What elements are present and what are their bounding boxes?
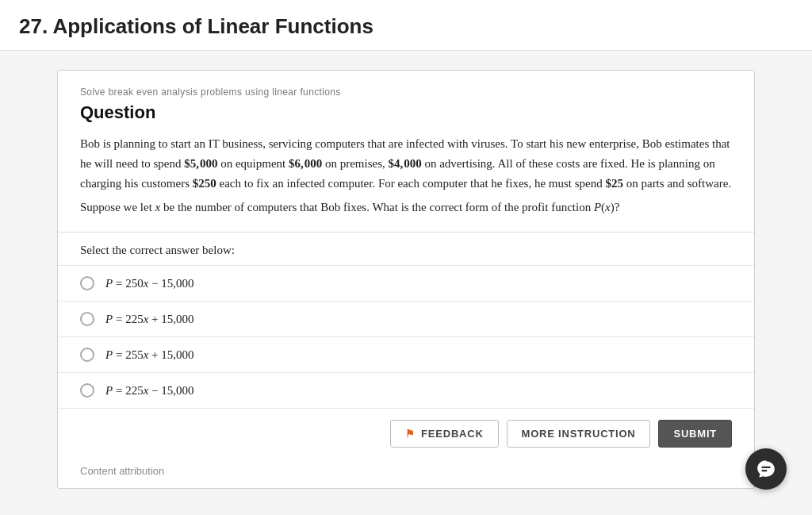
nav-bar: ◄ Previous Next ►: [0, 508, 812, 515]
chat-icon: [756, 459, 776, 479]
action-bar: ⚑ FEEDBACK MORE INSTRUCTION SUBMIT: [58, 408, 754, 459]
chat-support-button[interactable]: [745, 448, 787, 490]
page-title: 27. Applications of Linear Functions: [0, 0, 812, 51]
answer-option-b[interactable]: P = 225x + 15,000: [58, 301, 754, 336]
question-inner: Solve break even analysis problems using…: [58, 71, 754, 232]
question-body-line-1: Bob is planning to start an IT business,…: [80, 134, 732, 193]
answer-text-c: P = 255x + 15,000: [105, 348, 194, 362]
feedback-button[interactable]: ⚑ FEEDBACK: [390, 420, 498, 448]
answer-option-c[interactable]: P = 255x + 15,000: [58, 336, 754, 372]
answer-option-a[interactable]: P = 250x − 15,000: [58, 265, 754, 301]
main-content: Solve break even analysis problems using…: [0, 51, 812, 508]
radio-c[interactable]: [80, 348, 94, 362]
more-instruction-button[interactable]: MORE INSTRUCTION: [507, 420, 651, 448]
question-heading: Question: [80, 102, 732, 123]
answer-text-b: P = 225x + 15,000: [105, 313, 194, 326]
submit-button[interactable]: SUBMIT: [658, 420, 732, 448]
question-card: Solve break even analysis problems using…: [57, 70, 755, 489]
more-instruction-label: MORE INSTRUCTION: [522, 428, 636, 440]
answer-option-d[interactable]: P = 225x − 15,000: [58, 372, 754, 408]
radio-a[interactable]: [80, 276, 94, 290]
question-body: Bob is planning to start an IT business,…: [80, 134, 732, 217]
select-prompt: Select the correct answer below:: [58, 233, 754, 265]
radio-d[interactable]: [80, 383, 94, 398]
submit-label: SUBMIT: [673, 428, 717, 440]
feedback-label: FEEDBACK: [421, 428, 483, 440]
flag-icon: ⚑: [405, 428, 416, 440]
question-subtitle: Solve break even analysis problems using…: [80, 86, 732, 98]
radio-b[interactable]: [80, 312, 94, 326]
content-attribution: Content attribution: [58, 459, 754, 488]
answer-text-a: P = 250x − 15,000: [105, 277, 194, 290]
question-body-line-2: Suppose we let x be the number of comput…: [80, 198, 732, 217]
answer-text-d: P = 225x − 15,000: [105, 384, 194, 398]
